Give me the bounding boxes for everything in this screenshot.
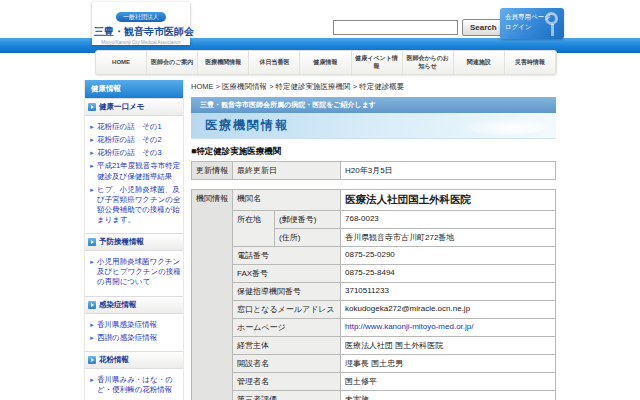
nav-item[interactable]: 医師会のご案内 — [147, 51, 198, 74]
page: 一般社団法人 三豊・観音寺市医師会 Mitoyo/Kanonji City Me… — [0, 0, 640, 400]
table-row: 機関情報 機関名 医療法人社団国土外科医院 — [192, 190, 556, 211]
content-area: 健康情報 健康一口メモ ►花粉症の話 その1►花粉症の話 その2►花粉症の話 そ… — [84, 80, 556, 400]
sidebar-link[interactable]: ►ヒブ、小児肺炎球菌、及び子宮頸癌ワクチンの全額公費補助での接種が始まります。 — [89, 185, 181, 226]
arrow-square-icon — [88, 238, 96, 246]
field-value: 0875-25-0290 — [341, 247, 556, 265]
field-label: 保健指導機関番号 — [233, 283, 341, 301]
table-row: 保健指導機関番号3710511233 — [192, 283, 556, 301]
sidebar-group: 感染症情報 ►香川県感染症情報►西讃の感染症情報 — [85, 296, 183, 351]
nav-item[interactable]: 関連施設 — [454, 51, 505, 74]
field-value: kokudogeka272@miracle.ocn.ne.jp — [341, 301, 556, 319]
field-value: 未実施 — [341, 391, 556, 400]
sidebar-link[interactable]: ►小児用肺炎球菌ワクチン及びヒブワクチンの接種の再開について — [89, 257, 181, 287]
sidebar-link[interactable]: ►香川県感染症情報 — [89, 320, 181, 330]
bullet-icon: ► — [89, 186, 95, 226]
bullet-icon: ► — [89, 136, 95, 145]
cloud-decoration — [458, 117, 548, 135]
sidebar-group: 予防接種情報 ►小児用肺炎球菌ワクチン及びヒブワクチンの接種の再開について — [85, 233, 183, 295]
nav-item[interactable]: 休日当番医 — [249, 51, 300, 74]
banner-tagline: 三豊・観音寺市医師会所属の病院・医院をご紹介します — [191, 97, 556, 113]
sidebar-group-title[interactable]: 予防接種情報 — [85, 233, 183, 251]
bullet-icon: ► — [89, 123, 95, 132]
main-nav: HOME 医師会のご案内 医療機関情報 休日当番医 健康情報 健康イベント情報 … — [95, 50, 557, 75]
field-value: 国土修平 — [341, 373, 556, 391]
nav-item[interactable]: 医師会からのお知らせ — [403, 51, 454, 74]
sidebar-link-label: 西讃の感染症情報 — [97, 333, 157, 343]
sidebar-group-title[interactable]: 花粉情報 — [85, 351, 183, 369]
sidebar: 健康情報 健康一口メモ ►花粉症の話 その1►花粉症の話 その2►花粉症の話 そ… — [84, 80, 184, 400]
nav-item[interactable]: 健康イベント情報 — [352, 51, 403, 74]
org-name-label: 機関名 — [233, 190, 341, 211]
sidebar-link-label: 小児用肺炎球菌ワクチン及びヒブワクチンの接種の再開について — [97, 257, 181, 287]
breadcrumb[interactable]: HOME > 医療機関情報 > 特定健診実施医療機関 > 特定健診概要 — [191, 82, 556, 92]
update-group-cell: 更新情報 — [192, 162, 233, 180]
nav-item[interactable]: 災害時情報 — [505, 51, 556, 74]
nav-item[interactable]: 医療機関情報 — [198, 51, 249, 74]
table-row: FAX番号0875-25-8494 — [192, 265, 556, 283]
field-label: 管理者名 — [233, 373, 341, 391]
sidebar-link[interactable]: ►香川県みみ・はな・のど・便利帳の花粉情報 — [89, 375, 181, 395]
sidebar-link[interactable]: ►花粉症の話 その3 — [89, 148, 181, 158]
field-value: 医療法人社団 国土外科医院 — [341, 337, 556, 355]
nav-item[interactable]: HOME — [96, 51, 147, 74]
sidebar-group-title[interactable]: 健康一口メモ — [85, 98, 183, 116]
arrow-square-icon — [88, 356, 96, 364]
site-logo[interactable]: 一般社団法人 三豊・観音寺市医師会 Mitoyo/Kanonji City Me… — [92, 2, 190, 45]
field-label: 開設者名 — [233, 355, 341, 373]
street-value: 香川県観音寺市古川町272番地 — [341, 229, 556, 247]
sidebar-link-label: 香川県感染症情報 — [97, 320, 157, 330]
member-login-button[interactable]: 会員専用ページ ログイン — [500, 8, 564, 39]
organization-table: 機関情報 機関名 医療法人社団国土外科医院 所在地 (郵便番号) 768-002… — [191, 189, 556, 400]
field-label: FAX番号 — [233, 265, 341, 283]
sidebar-link[interactable]: ►花粉症の話 その1 — [89, 122, 181, 132]
street-label: (住所) — [275, 229, 341, 247]
org-name-value: 医療法人社団国土外科医院 — [341, 190, 556, 211]
update-label-cell: 最終更新日 — [233, 162, 341, 180]
field-label: 窓口となるメールアドレス — [233, 301, 341, 319]
main-panel: HOME > 医療機関情報 > 特定健診実施医療機関 > 特定健診概要 三豊・観… — [191, 80, 556, 400]
search-button[interactable]: Search — [462, 19, 505, 36]
table-row: 更新情報 最終更新日 H20年3月5日 — [192, 162, 556, 180]
search-input[interactable] — [333, 20, 458, 35]
sidebar-group: 花粉情報 ►香川県みみ・はな・のど・便利帳の花粉情報 — [85, 351, 183, 400]
table-row: 窓口となるメールアドレスkokudogeka272@miracle.ocn.ne… — [192, 301, 556, 319]
sidebar-link-label: ヒブ、小児肺炎球菌、及び子宮頸癌ワクチンの全額公費補助での接種が始まります。 — [97, 185, 181, 226]
sidebar-link-label: 花粉症の話 その3 — [97, 148, 162, 158]
key-icon — [545, 12, 558, 25]
update-value-cell: H20年3月5日 — [341, 162, 556, 180]
sidebar-link[interactable]: ►西讃の感染症情報 — [89, 333, 181, 343]
bullet-icon: ► — [89, 162, 95, 181]
bullet-icon: ► — [89, 258, 95, 287]
field-label: 経営主体 — [233, 337, 341, 355]
page-banner: 三豊・観音寺市医師会所属の病院・医院をご紹介します 医療機関情報 — [191, 97, 556, 139]
bullet-icon: ► — [89, 376, 95, 395]
sidebar-link[interactable]: ►花粉症の話 その2 — [89, 135, 181, 145]
field-value: 0875-25-8494 — [341, 265, 556, 283]
sidebar-link[interactable]: ►平成21年度観音寺市特定健診及び保健指導結果 — [89, 161, 181, 181]
banner-title-area: 医療機関情報 — [191, 113, 556, 139]
update-info-table: 更新情報 最終更新日 H20年3月5日 — [191, 161, 556, 180]
table-row: 第三者評価未実施 — [192, 391, 556, 400]
table-row: 電話番号0875-25-0290 — [192, 247, 556, 265]
sidebar-link-label: 花粉症の話 その2 — [97, 135, 162, 145]
section-title: ■特定健診実施医療機関 — [191, 146, 556, 158]
corporation-type-badge: 一般社団法人 — [116, 12, 166, 22]
nav-item[interactable]: 健康情報 — [300, 51, 351, 74]
site-title: 三豊・観音寺市医師会 — [94, 25, 188, 39]
table-row: 経営主体医療法人社団 国土外科医院 — [192, 337, 556, 355]
arrow-square-icon — [88, 301, 96, 309]
sidebar-link-label: 平成21年度観音寺市特定健診及び保健指導結果 — [97, 161, 181, 181]
sidebar-link-label: 香川県みみ・はな・のど・便利帳の花粉情報 — [97, 375, 181, 395]
field-value: 3710511233 — [341, 283, 556, 301]
address-label: 所在地 — [233, 211, 275, 247]
bullet-icon: ► — [89, 334, 95, 343]
field-label: 電話番号 — [233, 247, 341, 265]
homepage-link[interactable]: http://www.kanonji-mitoyo-med.or.jp/ — [341, 319, 556, 337]
org-group-cell: 機関情報 — [192, 190, 233, 400]
postal-label: (郵便番号) — [275, 211, 341, 229]
sidebar-group-title[interactable]: 感染症情報 — [85, 296, 183, 314]
page-title: 医療機関情報 — [205, 117, 289, 134]
site-subtitle: Mitoyo/Kanonji City Medical Association — [94, 40, 188, 45]
postal-value: 768-0023 — [341, 211, 556, 229]
field-label: ホームページ — [233, 319, 341, 337]
